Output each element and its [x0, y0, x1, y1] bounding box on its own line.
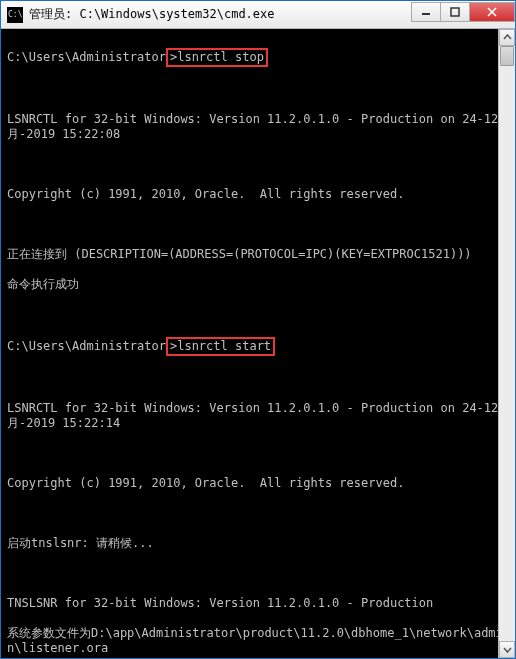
text-line: 正在连接到 (DESCRIPTION=(ADDRESS=(PROTOCOL=IP…	[7, 247, 509, 262]
scrollbar-track[interactable]	[499, 46, 515, 641]
terminal-output[interactable]: C:\Users\Administrator>lsnrctl stop LSNR…	[1, 29, 515, 658]
chevron-down-icon	[503, 645, 512, 654]
scroll-up-button[interactable]	[499, 29, 515, 46]
text-line: 命令执行成功	[7, 277, 509, 292]
prompt-path: C:\Users\Administrator	[7, 339, 166, 353]
prompt-path: C:\Users\Administrator	[7, 50, 166, 64]
text-line: LSNRCTL for 32-bit Windows: Version 11.2…	[7, 401, 509, 431]
highlight-lsnrctl-stop: >lsnrctl stop	[166, 48, 268, 67]
window-buttons	[412, 1, 515, 28]
cmd-window: 管理员: C:\Windows\system32\cmd.exe C:\User…	[0, 0, 516, 659]
minimize-icon	[421, 7, 431, 17]
scroll-down-button[interactable]	[499, 641, 515, 658]
titlebar[interactable]: 管理员: C:\Windows\system32\cmd.exe	[1, 1, 515, 29]
close-icon	[487, 7, 497, 17]
maximize-icon	[450, 7, 460, 17]
minimize-button[interactable]	[411, 2, 441, 22]
chevron-up-icon	[503, 33, 512, 42]
scrollbar[interactable]	[498, 29, 515, 658]
text-line: 启动tnslsnr: 请稍候...	[7, 536, 509, 551]
text-line: Copyright (c) 1991, 2010, Oracle. All ri…	[7, 187, 509, 202]
cmd-icon	[7, 7, 23, 23]
text-line: 系统参数文件为D:\app\Administrator\product\11.2…	[7, 626, 509, 656]
close-button[interactable]	[469, 2, 515, 22]
prompt-line: C:\Users\Administrator>lsnrctl start	[7, 337, 509, 356]
text-line: TNSLSNR for 32-bit Windows: Version 11.2…	[7, 596, 509, 611]
window-title: 管理员: C:\Windows\system32\cmd.exe	[29, 6, 412, 23]
highlight-lsnrctl-start: >lsnrctl start	[166, 337, 275, 356]
scrollbar-thumb[interactable]	[500, 46, 514, 66]
text-line: LSNRCTL for 32-bit Windows: Version 11.2…	[7, 112, 509, 142]
maximize-button[interactable]	[440, 2, 470, 22]
prompt-line: C:\Users\Administrator>lsnrctl stop	[7, 48, 509, 67]
svg-rect-1	[451, 8, 459, 16]
text-line: Copyright (c) 1991, 2010, Oracle. All ri…	[7, 476, 509, 491]
